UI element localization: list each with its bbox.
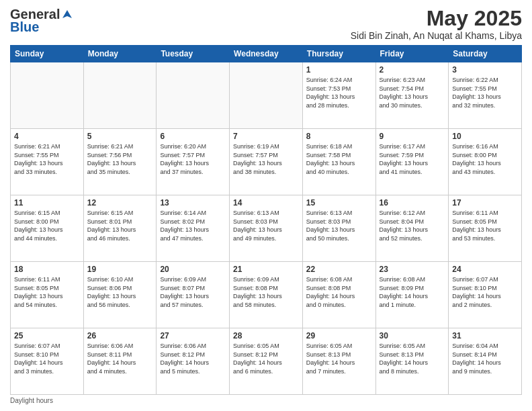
- calendar-cell: 19Sunrise: 6:10 AM Sunset: 8:06 PM Dayli…: [83, 262, 157, 328]
- calendar-title: May 2025: [351, 7, 522, 30]
- day-info: Sunrise: 6:07 AM Sunset: 8:10 PM Dayligh…: [452, 275, 518, 309]
- week-row-5: 25Sunrise: 6:07 AM Sunset: 8:10 PM Dayli…: [11, 328, 522, 395]
- day-info: Sunrise: 6:20 AM Sunset: 7:57 PM Dayligh…: [160, 142, 226, 176]
- day-info: Sunrise: 6:05 AM Sunset: 8:13 PM Dayligh…: [380, 342, 445, 375]
- calendar-cell: [157, 62, 230, 129]
- column-header-sunday: Sunday: [11, 46, 84, 62]
- week-row-1: 1Sunrise: 6:24 AM Sunset: 7:53 PM Daylig…: [11, 62, 522, 129]
- day-info: Sunrise: 6:14 AM Sunset: 8:02 PM Dayligh…: [160, 209, 226, 242]
- calendar-cell: 3Sunrise: 6:22 AM Sunset: 7:55 PM Daylig…: [449, 62, 522, 129]
- calendar-cell: 18Sunrise: 6:11 AM Sunset: 8:05 PM Dayli…: [11, 262, 84, 328]
- column-header-friday: Friday: [375, 46, 449, 62]
- svg-marker-0: [62, 10, 72, 18]
- calendar-cell: 31Sunrise: 6:04 AM Sunset: 8:14 PM Dayli…: [449, 328, 522, 395]
- calendar-cell: 27Sunrise: 6:06 AM Sunset: 8:12 PM Dayli…: [157, 328, 230, 395]
- day-info: Sunrise: 6:15 AM Sunset: 8:00 PM Dayligh…: [14, 209, 80, 242]
- calendar-cell: 17Sunrise: 6:11 AM Sunset: 8:05 PM Dayli…: [449, 195, 522, 262]
- calendar-cell: [230, 62, 303, 129]
- week-row-3: 11Sunrise: 6:15 AM Sunset: 8:00 PM Dayli…: [11, 195, 522, 262]
- calendar-cell: 5Sunrise: 6:21 AM Sunset: 7:56 PM Daylig…: [83, 129, 157, 195]
- calendar-cell: 20Sunrise: 6:09 AM Sunset: 8:07 PM Dayli…: [157, 262, 230, 328]
- day-number: 30: [380, 331, 445, 340]
- day-number: 6: [160, 132, 226, 141]
- day-number: 25: [14, 331, 80, 340]
- calendar-cell: 15Sunrise: 6:13 AM Sunset: 8:03 PM Dayli…: [302, 195, 375, 262]
- calendar-cell: 24Sunrise: 6:07 AM Sunset: 8:10 PM Dayli…: [449, 262, 522, 328]
- logo-blue: Blue: [10, 19, 39, 35]
- day-info: Sunrise: 6:11 AM Sunset: 8:05 PM Dayligh…: [14, 275, 80, 309]
- logo: General Blue: [10, 7, 73, 35]
- day-info: Sunrise: 6:06 AM Sunset: 8:11 PM Dayligh…: [87, 342, 153, 375]
- day-info: Sunrise: 6:05 AM Sunset: 8:12 PM Dayligh…: [233, 342, 299, 375]
- day-number: 17: [452, 198, 518, 208]
- calendar-cell: [11, 62, 84, 129]
- column-header-wednesday: Wednesday: [230, 46, 303, 62]
- calendar-cell: 12Sunrise: 6:15 AM Sunset: 8:01 PM Dayli…: [83, 195, 157, 262]
- day-info: Sunrise: 6:10 AM Sunset: 8:06 PM Dayligh…: [87, 275, 153, 309]
- calendar-cell: 29Sunrise: 6:05 AM Sunset: 8:13 PM Dayli…: [302, 328, 375, 395]
- day-number: 16: [380, 198, 445, 208]
- calendar-cell: 6Sunrise: 6:20 AM Sunset: 7:57 PM Daylig…: [157, 129, 230, 195]
- day-number: 11: [14, 198, 80, 208]
- calendar-cell: 1Sunrise: 6:24 AM Sunset: 7:53 PM Daylig…: [302, 62, 375, 129]
- day-number: 5: [87, 132, 153, 141]
- calendar-cell: 14Sunrise: 6:13 AM Sunset: 8:03 PM Dayli…: [230, 195, 303, 262]
- calendar-cell: 11Sunrise: 6:15 AM Sunset: 8:00 PM Dayli…: [11, 195, 84, 262]
- day-number: 28: [233, 331, 299, 340]
- day-number: 20: [160, 265, 226, 274]
- day-number: 9: [380, 132, 445, 141]
- day-number: 21: [233, 265, 299, 274]
- day-info: Sunrise: 6:21 AM Sunset: 7:55 PM Dayligh…: [14, 142, 80, 176]
- day-info: Sunrise: 6:19 AM Sunset: 7:57 PM Dayligh…: [233, 142, 299, 176]
- day-number: 7: [233, 132, 299, 141]
- calendar-cell: 2Sunrise: 6:23 AM Sunset: 7:54 PM Daylig…: [375, 62, 449, 129]
- title-block: May 2025 Sidi Bin Zinah, An Nuqat al Kha…: [351, 7, 522, 41]
- calendar-cell: 30Sunrise: 6:05 AM Sunset: 8:13 PM Dayli…: [375, 328, 449, 395]
- day-info: Sunrise: 6:23 AM Sunset: 7:54 PM Dayligh…: [380, 76, 445, 109]
- calendar-cell: 22Sunrise: 6:08 AM Sunset: 8:08 PM Dayli…: [302, 262, 375, 328]
- header-row: SundayMondayTuesdayWednesdayThursdayFrid…: [11, 46, 522, 62]
- week-row-4: 18Sunrise: 6:11 AM Sunset: 8:05 PM Dayli…: [11, 262, 522, 328]
- calendar-subtitle: Sidi Bin Zinah, An Nuqat al Khams, Libya: [351, 30, 522, 41]
- day-number: 27: [160, 331, 226, 340]
- calendar-table: SundayMondayTuesdayWednesdayThursdayFrid…: [10, 45, 522, 395]
- day-info: Sunrise: 6:18 AM Sunset: 7:58 PM Dayligh…: [306, 142, 372, 176]
- calendar-cell: 28Sunrise: 6:05 AM Sunset: 8:12 PM Dayli…: [230, 328, 303, 395]
- page: General Blue May 2025 Sidi Bin Zinah, An…: [0, 0, 532, 411]
- day-info: Sunrise: 6:08 AM Sunset: 8:08 PM Dayligh…: [306, 275, 372, 309]
- day-info: Sunrise: 6:15 AM Sunset: 8:01 PM Dayligh…: [87, 209, 153, 242]
- calendar-cell: 16Sunrise: 6:12 AM Sunset: 8:04 PM Dayli…: [375, 195, 449, 262]
- header: General Blue May 2025 Sidi Bin Zinah, An…: [10, 7, 522, 41]
- day-number: 13: [160, 198, 226, 208]
- day-number: 23: [380, 265, 445, 274]
- day-number: 1: [306, 65, 372, 75]
- day-number: 10: [452, 132, 518, 141]
- calendar-cell: [83, 62, 157, 129]
- calendar-cell: 8Sunrise: 6:18 AM Sunset: 7:58 PM Daylig…: [302, 129, 375, 195]
- day-info: Sunrise: 6:21 AM Sunset: 7:56 PM Dayligh…: [87, 142, 153, 176]
- day-info: Sunrise: 6:05 AM Sunset: 8:13 PM Dayligh…: [306, 342, 372, 375]
- day-number: 22: [306, 265, 372, 274]
- day-info: Sunrise: 6:06 AM Sunset: 8:12 PM Dayligh…: [160, 342, 226, 375]
- column-header-thursday: Thursday: [302, 46, 375, 62]
- day-info: Sunrise: 6:17 AM Sunset: 7:59 PM Dayligh…: [380, 142, 445, 176]
- day-number: 14: [233, 198, 299, 208]
- calendar-cell: 13Sunrise: 6:14 AM Sunset: 8:02 PM Dayli…: [157, 195, 230, 262]
- calendar-cell: 21Sunrise: 6:09 AM Sunset: 8:08 PM Dayli…: [230, 262, 303, 328]
- day-info: Sunrise: 6:24 AM Sunset: 7:53 PM Dayligh…: [306, 76, 372, 109]
- day-info: Sunrise: 6:07 AM Sunset: 8:10 PM Dayligh…: [14, 342, 80, 375]
- day-info: Sunrise: 6:13 AM Sunset: 8:03 PM Dayligh…: [306, 209, 372, 242]
- day-info: Sunrise: 6:22 AM Sunset: 7:55 PM Dayligh…: [452, 76, 518, 109]
- calendar-cell: 25Sunrise: 6:07 AM Sunset: 8:10 PM Dayli…: [11, 328, 84, 395]
- day-number: 26: [87, 331, 153, 340]
- day-info: Sunrise: 6:16 AM Sunset: 8:00 PM Dayligh…: [452, 142, 518, 176]
- column-header-monday: Monday: [83, 46, 157, 62]
- day-info: Sunrise: 6:11 AM Sunset: 8:05 PM Dayligh…: [452, 209, 518, 242]
- day-number: 19: [87, 265, 153, 274]
- column-header-saturday: Saturday: [449, 46, 522, 62]
- day-number: 29: [306, 331, 372, 340]
- day-number: 2: [380, 65, 445, 75]
- calendar-cell: 7Sunrise: 6:19 AM Sunset: 7:57 PM Daylig…: [230, 129, 303, 195]
- calendar-cell: 4Sunrise: 6:21 AM Sunset: 7:55 PM Daylig…: [11, 129, 84, 195]
- calendar-cell: 10Sunrise: 6:16 AM Sunset: 8:00 PM Dayli…: [449, 129, 522, 195]
